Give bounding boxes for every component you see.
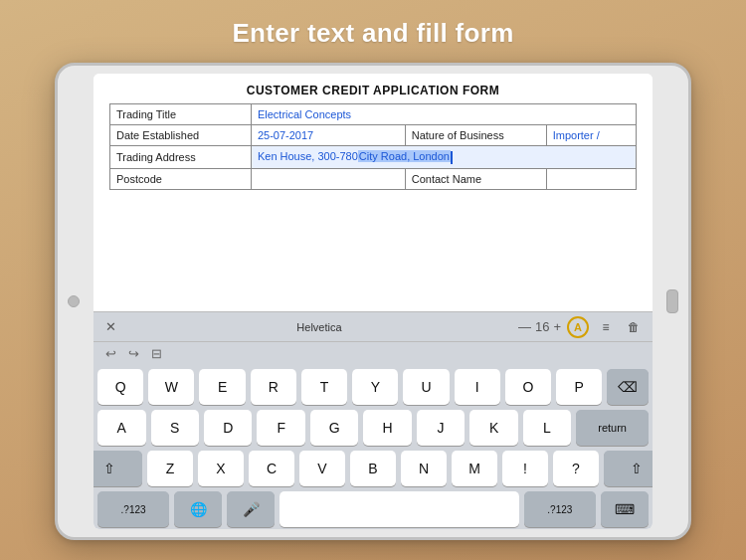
ipad-home-button[interactable] bbox=[68, 295, 80, 307]
table-row: Date Established 25-07-2017 Nature of Bu… bbox=[110, 125, 637, 146]
key-n[interactable]: N bbox=[401, 451, 447, 486]
address-selected-text: City Road, London bbox=[358, 150, 451, 162]
document-area: CUSTOMER CREDIT APPLICATION FORM Trading… bbox=[93, 74, 653, 311]
ipad-side-button[interactable] bbox=[666, 289, 678, 313]
page-title: Enter text and fill form bbox=[232, 18, 513, 49]
value-date-established[interactable]: 25-07-2017 bbox=[251, 125, 405, 146]
key-microphone[interactable]: 🎤 bbox=[227, 491, 275, 527]
key-numbers-right[interactable]: .?123 bbox=[524, 491, 596, 527]
key-v[interactable]: V bbox=[299, 451, 345, 486]
key-q[interactable]: Q bbox=[97, 369, 143, 405]
key-w[interactable]: W bbox=[148, 369, 194, 405]
label-date-established: Date Established bbox=[110, 125, 252, 146]
font-size-value: 16 bbox=[535, 319, 549, 334]
key-d[interactable]: D bbox=[204, 410, 252, 446]
label-contact-name: Contact Name bbox=[405, 168, 546, 189]
credit-form-table: Trading Title Electrical Concepts Date E… bbox=[109, 103, 637, 190]
value-contact-name[interactable] bbox=[546, 168, 636, 189]
key-shift-left[interactable]: ⇧ bbox=[93, 451, 142, 486]
label-postcode: Postcode bbox=[110, 168, 252, 189]
delete-button[interactable]: 🗑 bbox=[623, 316, 645, 338]
key-o[interactable]: O bbox=[505, 369, 551, 405]
address-text-before: Ken House, 300-780 bbox=[258, 150, 358, 162]
key-t[interactable]: T bbox=[301, 369, 347, 405]
key-s[interactable]: S bbox=[151, 410, 199, 446]
keyboard-row-3: ⇧ Z X C V B N M ! ? ⇧ bbox=[97, 451, 649, 486]
label-trading-address: Trading Address bbox=[110, 146, 252, 169]
format-a-button[interactable]: A bbox=[567, 316, 589, 338]
table-row: Trading Address Ken House, 300-780City R… bbox=[110, 146, 637, 169]
text-cursor bbox=[451, 151, 453, 164]
keyboard: Q W E R T Y U I O P ⌫ A S D F G H J bbox=[93, 365, 653, 529]
key-a[interactable]: A bbox=[97, 410, 145, 446]
key-k[interactable]: K bbox=[469, 410, 517, 446]
clipboard-button[interactable]: ⊟ bbox=[147, 346, 166, 361]
key-space[interactable] bbox=[280, 491, 518, 527]
key-e[interactable]: E bbox=[199, 369, 245, 405]
key-z[interactable]: Z bbox=[147, 451, 193, 486]
undo-button[interactable]: ↩ bbox=[101, 346, 120, 361]
ipad-screen: CUSTOMER CREDIT APPLICATION FORM Trading… bbox=[93, 74, 653, 529]
label-trading-title: Trading Title bbox=[110, 104, 252, 125]
key-numbers[interactable]: .?123 bbox=[97, 491, 169, 527]
key-p[interactable]: P bbox=[556, 369, 602, 405]
key-f[interactable]: F bbox=[257, 410, 304, 446]
key-y[interactable]: Y bbox=[352, 369, 398, 405]
keyboard-row-4: .?123 🌐 🎤 .?123 ⌨ bbox=[97, 491, 649, 527]
key-u[interactable]: U bbox=[403, 369, 449, 405]
key-m[interactable]: M bbox=[452, 451, 497, 486]
key-h[interactable]: H bbox=[363, 410, 411, 446]
key-c[interactable]: C bbox=[249, 451, 294, 486]
key-i[interactable]: I bbox=[455, 369, 500, 405]
key-backspace[interactable]: ⌫ bbox=[607, 369, 649, 405]
table-row: Postcode Contact Name bbox=[110, 168, 637, 189]
font-size-plus-button[interactable]: + bbox=[553, 319, 561, 334]
keyboard-row-1: Q W E R T Y U I O P ⌫ bbox=[97, 369, 649, 405]
font-size-minus-button[interactable]: — bbox=[518, 319, 531, 334]
key-g[interactable]: G bbox=[310, 410, 358, 446]
key-exclamation[interactable]: ! bbox=[502, 451, 548, 486]
key-globe[interactable]: 🌐 bbox=[174, 491, 222, 527]
table-row: Trading Title Electrical Concepts bbox=[110, 104, 637, 125]
value-nature-of-business[interactable]: Importer / bbox=[546, 125, 636, 146]
key-keyboard-dismiss[interactable]: ⌨ bbox=[601, 491, 649, 527]
font-size-controls: — 16 + bbox=[518, 319, 561, 334]
keyboard-row-2: A S D F G H J K L return bbox=[97, 410, 649, 446]
key-r[interactable]: R bbox=[251, 369, 296, 405]
key-l[interactable]: L bbox=[523, 410, 571, 446]
font-name-label: Helvetica bbox=[126, 321, 512, 333]
key-b[interactable]: B bbox=[350, 451, 396, 486]
ipad-frame: CUSTOMER CREDIT APPLICATION FORM Trading… bbox=[55, 63, 691, 540]
align-button[interactable]: ≡ bbox=[595, 316, 617, 338]
value-postcode[interactable] bbox=[251, 168, 405, 189]
value-trading-title[interactable]: Electrical Concepts bbox=[251, 104, 636, 125]
label-nature-of-business: Nature of Business bbox=[405, 125, 546, 146]
value-trading-address[interactable]: Ken House, 300-780City Road, London bbox=[251, 146, 636, 169]
close-keyboard-button[interactable]: ✕ bbox=[101, 319, 120, 334]
form-title: CUSTOMER CREDIT APPLICATION FORM bbox=[247, 84, 499, 97]
key-question[interactable]: ? bbox=[553, 451, 599, 486]
key-shift-right[interactable]: ⇧ bbox=[604, 451, 653, 486]
redo-button[interactable]: ↪ bbox=[124, 346, 143, 361]
key-j[interactable]: J bbox=[417, 410, 465, 446]
key-return[interactable]: return bbox=[576, 410, 649, 446]
undo-redo-toolbar: ↩ ↪ ⊟ bbox=[93, 341, 653, 365]
keyboard-toolbar: ✕ Helvetica — 16 + A ≡ 🗑 bbox=[93, 311, 653, 341]
key-x[interactable]: X bbox=[198, 451, 244, 486]
